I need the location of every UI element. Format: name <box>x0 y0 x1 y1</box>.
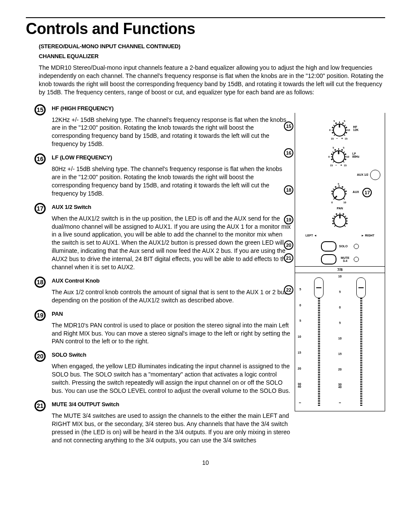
mute-button-icon <box>321 254 336 264</box>
fader-left <box>318 277 320 407</box>
item-15-title: HF (HIGH FREQUENCY) <box>52 105 291 112</box>
lf-label: LF80Hz <box>352 152 359 158</box>
item-19: 19 PAN The MDR10's PAN control is used t… <box>26 311 291 346</box>
svg-text:15: 15 <box>331 137 334 140</box>
item-20-body: When engaged, the yellow LED illuminates… <box>52 362 291 395</box>
pan-label: PAN <box>297 207 383 210</box>
svg-text:10: 10 <box>346 156 349 158</box>
svg-point-12 <box>346 127 347 128</box>
svg-point-13 <box>332 132 333 133</box>
item-17-title: AUX 1/2 Switch <box>52 204 291 210</box>
marker-18: 18 <box>34 277 46 288</box>
callout-18: 18 <box>284 185 293 195</box>
svg-point-37 <box>345 159 346 160</box>
marker-21: 21 <box>34 400 46 411</box>
svg-point-72 <box>343 214 344 215</box>
svg-text:−: − <box>335 164 337 167</box>
marker-17: 17 <box>34 203 46 214</box>
svg-point-71 <box>336 214 337 215</box>
svg-point-75 <box>333 223 333 224</box>
item-16-body: 80Hz +/- 15dB shelving type. The channel… <box>52 165 291 198</box>
hf-label: HF12K <box>353 125 359 131</box>
item-19-body: The MDR10's PAN control is used to place… <box>52 321 291 346</box>
svg-point-36 <box>331 159 332 160</box>
svg-text:0: 0 <box>331 201 333 204</box>
pan-left-label: LEFT ◄ <box>305 234 317 237</box>
item-21-body: The MUTE 3/4 switches are used to assign… <box>52 412 291 445</box>
fader-cap-icon <box>356 277 366 298</box>
svg-point-9 <box>336 123 336 124</box>
svg-point-56 <box>342 187 343 187</box>
svg-text:+: + <box>340 164 342 167</box>
fader-cap-icon <box>314 277 324 298</box>
svg-text:10: 10 <box>347 129 350 131</box>
item-18-title: AUX Control Knob <box>52 277 291 284</box>
svg-point-11 <box>332 127 333 128</box>
callout-15: 15 <box>284 121 293 131</box>
svg-text:0: 0 <box>328 156 330 158</box>
svg-text:5: 5 <box>333 146 334 149</box>
callout-19: 19 <box>284 215 293 224</box>
svg-point-73 <box>333 218 333 219</box>
svg-text:+: + <box>341 137 343 140</box>
svg-point-55 <box>335 187 336 187</box>
item-19-title: PAN <box>52 311 291 317</box>
svg-text:5: 5 <box>343 146 345 149</box>
svg-line-7 <box>334 134 335 136</box>
callout-20: 20 <box>284 240 293 250</box>
item-18-body: The Aux 1/2 control knob controls the am… <box>52 288 291 305</box>
svg-text:5: 5 <box>344 120 346 122</box>
marker-15: 15 <box>34 104 46 115</box>
pan-knob-icon <box>328 210 352 234</box>
callout-21: 21 <box>284 253 293 263</box>
fader-right <box>360 277 362 407</box>
item-16-title: LF (LOW FREQUENCY) <box>52 154 291 161</box>
marker-20: 20 <box>34 351 46 362</box>
fader-scale: 10 5 0 5 10 15 20 3040 ∞ <box>338 275 342 404</box>
item-17-body: When the AUX1/2 switch is in the up posi… <box>52 215 291 271</box>
item-18: 18 AUX Control Knob The Aux 1/2 control … <box>26 277 291 305</box>
item-15-body: 12KHz +/- 15dB shelving type. The channe… <box>52 116 291 149</box>
svg-text:15: 15 <box>344 164 347 167</box>
item-15: 15 HF (HIGH FREQUENCY) 12KHz +/- 15dB sh… <box>26 105 291 149</box>
callout-22: 22 <box>284 285 293 295</box>
svg-line-3 <box>333 125 335 126</box>
svg-line-49 <box>333 189 334 190</box>
aux12-label: AUX 1/2 <box>357 173 368 176</box>
continued-label: (STEREO/DUAL-MONO INPUT CHANNEL CONTINUE… <box>39 43 385 50</box>
svg-text:15: 15 <box>330 164 333 167</box>
item-20-title: SOLO Switch <box>52 352 291 358</box>
svg-point-57 <box>332 191 333 192</box>
svg-line-69 <box>334 225 336 227</box>
section-heading: CHANNEL EQUALIZER <box>39 53 385 59</box>
svg-line-50 <box>344 189 345 190</box>
svg-text:10: 10 <box>343 201 346 204</box>
svg-line-31 <box>343 161 344 162</box>
intro-paragraph: The MDR10 Stereo/Dual-mono input channel… <box>39 64 385 96</box>
svg-text:−: − <box>336 137 338 140</box>
svg-line-66 <box>345 216 346 217</box>
solo-button-icon <box>321 241 336 252</box>
marker-19: 19 <box>34 310 46 321</box>
channel-label: 7/8 <box>295 266 385 273</box>
pan-right-label: ► RIGHT <box>361 234 374 237</box>
svg-line-27 <box>343 152 345 153</box>
item-21-title: MUTE 3/4 OUTPUT Switch <box>52 401 291 408</box>
channel-strip-figure: 15 <box>295 104 385 411</box>
svg-point-33 <box>342 149 342 150</box>
svg-point-74 <box>346 218 347 219</box>
item-21: 21 MUTE 3/4 OUTPUT Switch The MUTE 3/4 s… <box>26 401 291 445</box>
items-column: 15 HF (HIGH FREQUENCY) 12KHz +/- 15dB sh… <box>26 104 291 451</box>
aux12-switch-icon <box>370 170 380 180</box>
marker-16: 16 <box>34 153 46 165</box>
svg-line-26 <box>333 152 334 153</box>
page-title: Controls and Functions <box>26 20 385 38</box>
svg-line-65 <box>334 216 335 217</box>
item-17: 17 AUX 1/2 Switch When the AUX1/2 switch… <box>26 204 291 271</box>
callout-17: 17 <box>362 188 372 197</box>
svg-point-32 <box>335 149 336 150</box>
svg-text:15: 15 <box>345 137 348 140</box>
aux-side-label: AUX <box>353 190 359 193</box>
top-rule <box>26 17 385 18</box>
page-number: 10 <box>26 459 385 466</box>
